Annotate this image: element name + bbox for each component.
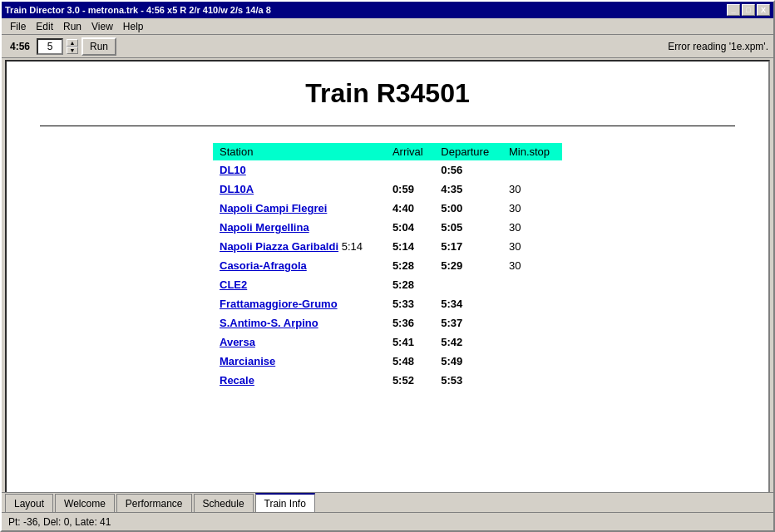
tab-schedule[interactable]: Schedule xyxy=(194,494,254,512)
arrival-time: 5:36 xyxy=(386,313,434,332)
menu-run[interactable]: Run xyxy=(58,20,86,33)
train-info-panel: Train R34501 Station Arrival Departure M… xyxy=(7,62,768,406)
station-link[interactable]: Aversa xyxy=(220,336,255,348)
departure-time: 5:53 xyxy=(434,371,502,390)
table-row: DL100:56 xyxy=(213,160,562,180)
table-row: Aversa5:415:42 xyxy=(213,332,562,352)
arrival-time: 5:52 xyxy=(386,371,434,390)
departure-time: 5:49 xyxy=(434,352,502,371)
schedule-table: Station Arrival Departure Min.stop DL100… xyxy=(213,143,562,390)
departure-time: 5:42 xyxy=(434,332,502,352)
table-row: Frattamaggiore-Grumo5:335:34 xyxy=(213,294,562,313)
min-stop: 30 xyxy=(502,199,562,218)
col-header-departure: Departure xyxy=(434,143,502,160)
min-stop: 30 xyxy=(502,218,562,237)
table-row: CLE25:28 xyxy=(213,275,562,294)
maximize-button[interactable]: □ xyxy=(742,4,755,16)
min-stop xyxy=(502,352,562,371)
departure-time: 5:17 xyxy=(434,237,502,256)
station-link[interactable]: Napoli Campi Flegrei xyxy=(220,202,327,214)
title-bar: Train Director 3.0 - metrona.trk - 4:56 … xyxy=(2,2,773,18)
window-title: Train Director 3.0 - metrona.trk - 4:56 … xyxy=(5,5,271,15)
arrival-time: 4:40 xyxy=(386,199,434,218)
tab-train-info[interactable]: Train Info xyxy=(255,493,315,512)
station-link[interactable]: Frattamaggiore-Grumo xyxy=(220,298,338,310)
status-bar: Pt: -36, Del: 0, Late: 41 xyxy=(2,512,773,530)
tab-layout[interactable]: Layout xyxy=(5,494,53,512)
departure-time: 5:37 xyxy=(434,313,502,332)
min-stop xyxy=(502,160,562,180)
menu-edit[interactable]: Edit xyxy=(31,20,58,33)
station-link[interactable]: DL10 xyxy=(220,164,246,176)
main-window: Train Director 3.0 - metrona.trk - 4:56 … xyxy=(0,0,775,532)
window-controls: _ □ X xyxy=(727,4,770,16)
min-stop xyxy=(502,332,562,352)
main-content[interactable]: Train R34501 Station Arrival Departure M… xyxy=(5,60,770,494)
departure-time: 5:34 xyxy=(434,294,502,313)
error-message: Error reading '1e.xpm'. xyxy=(668,41,768,52)
current-time: 4:56 xyxy=(7,40,33,53)
arrival-time: 5:28 xyxy=(386,275,434,294)
min-stop xyxy=(502,275,562,294)
table-row: S.Antimo-S. Arpino5:365:37 xyxy=(213,313,562,332)
arrival-time: 5:04 xyxy=(386,218,434,237)
departure-time: 5:00 xyxy=(434,199,502,218)
menu-view[interactable]: View xyxy=(86,20,118,33)
min-stop: 30 xyxy=(502,256,562,275)
col-header-station: Station xyxy=(213,143,386,160)
toolbar: 4:56 ▲ ▼ Run Error reading '1e.xpm'. xyxy=(2,35,773,58)
col-header-minstop: Min.stop xyxy=(502,143,562,160)
station-link[interactable]: S.Antimo-S. Arpino xyxy=(220,317,318,329)
arrival-time: 5:33 xyxy=(386,294,434,313)
table-row: DL10A0:594:3530 xyxy=(213,180,562,199)
tab-performance[interactable]: Performance xyxy=(116,494,192,512)
station-link[interactable]: Recale xyxy=(220,374,254,387)
menu-help[interactable]: Help xyxy=(118,20,149,33)
table-row: Napoli Campi Flegrei4:405:0030 xyxy=(213,199,562,218)
arrival-time: 5:14 xyxy=(386,237,434,256)
table-row: Marcianise5:485:49 xyxy=(213,352,562,371)
minimize-button[interactable]: _ xyxy=(727,4,740,16)
arrival-time xyxy=(386,160,434,180)
tab-welcome[interactable]: Welcome xyxy=(55,494,115,512)
title-divider xyxy=(40,126,735,126)
station-link[interactable]: Napoli Piazza Garibaldi xyxy=(220,240,338,253)
speed-input[interactable] xyxy=(37,38,63,55)
speed-spinner: ▲ ▼ xyxy=(67,39,78,54)
speed-down-button[interactable]: ▼ xyxy=(67,47,78,54)
min-stop: 30 xyxy=(502,237,562,256)
tab-bar: Layout Welcome Performance Schedule Trai… xyxy=(2,492,773,512)
close-button[interactable]: X xyxy=(757,4,770,16)
departure-time: 5:29 xyxy=(434,256,502,275)
station-link[interactable]: Napoli Mergellina xyxy=(220,221,309,234)
min-stop xyxy=(502,294,562,313)
train-title: Train R34501 xyxy=(40,78,735,109)
menu-file[interactable]: File xyxy=(5,20,31,33)
departure-time: 5:05 xyxy=(434,218,502,237)
arrival-time: 0:59 xyxy=(386,180,434,199)
departure-time xyxy=(434,275,502,294)
departure-time: 4:35 xyxy=(434,180,502,199)
arrival-time: 5:28 xyxy=(386,256,434,275)
run-button[interactable]: Run xyxy=(81,37,116,56)
table-row: Casoria-Afragola5:285:2930 xyxy=(213,256,562,275)
min-stop xyxy=(502,371,562,390)
status-text: Pt: -36, Del: 0, Late: 41 xyxy=(8,516,111,528)
min-stop xyxy=(502,313,562,332)
menu-bar: File Edit Run View Help xyxy=(2,18,773,35)
table-row: Napoli Piazza Garibaldi 5:145:145:1730 xyxy=(213,237,562,256)
station-link[interactable]: Marcianise xyxy=(220,355,275,367)
speed-up-button[interactable]: ▲ xyxy=(67,39,78,47)
arrival-time: 5:48 xyxy=(386,352,434,371)
col-header-arrival: Arrival xyxy=(386,143,434,160)
min-stop: 30 xyxy=(502,180,562,199)
station-link[interactable]: CLE2 xyxy=(220,278,247,291)
table-row: Recale5:525:53 xyxy=(213,371,562,390)
arrival-time: 5:41 xyxy=(386,332,434,352)
station-link[interactable]: Casoria-Afragola xyxy=(220,259,307,272)
table-row: Napoli Mergellina5:045:0530 xyxy=(213,218,562,237)
station-link[interactable]: DL10A xyxy=(220,183,254,195)
departure-time: 0:56 xyxy=(434,160,502,180)
